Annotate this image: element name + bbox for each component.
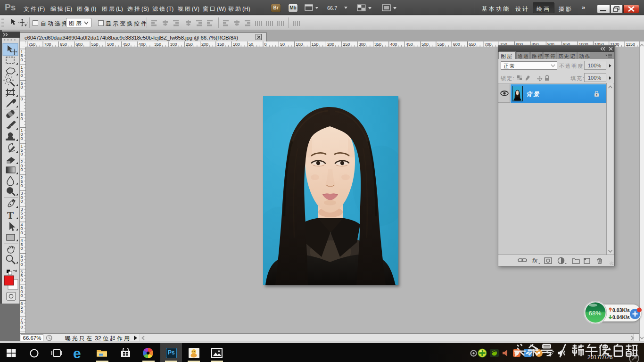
- svg-text:400: 400: [139, 42, 146, 47]
- svg-text:550: 550: [91, 42, 99, 47]
- svg-text:0: 0: [21, 246, 23, 251]
- svg-text:650: 650: [469, 42, 476, 47]
- svg-text:68%: 68%: [588, 310, 601, 317]
- svg-text:0: 0: [21, 58, 23, 62]
- svg-text:150: 150: [217, 42, 224, 47]
- svg-text:0.03K/s: 0.03K/s: [612, 307, 630, 313]
- svg-text:0: 0: [21, 325, 23, 329]
- svg-text:400: 400: [390, 42, 397, 47]
- svg-text:50: 50: [248, 42, 253, 47]
- svg-text:0: 0: [21, 293, 23, 298]
- svg-text:0: 0: [21, 199, 23, 204]
- svg-text:0: 0: [21, 309, 23, 314]
- svg-text:300: 300: [170, 42, 177, 47]
- svg-text:600: 600: [453, 42, 460, 47]
- svg-text:0: 0: [21, 85, 23, 90]
- svg-text:600: 600: [75, 42, 83, 47]
- svg-text:T: T: [7, 210, 14, 221]
- svg-text:150: 150: [312, 42, 319, 47]
- svg-text:0: 0: [21, 97, 23, 101]
- svg-text:1150: 1150: [626, 42, 635, 47]
- svg-text:0: 0: [21, 116, 23, 121]
- svg-text:450: 450: [406, 42, 413, 47]
- svg-text:0: 0: [21, 262, 23, 267]
- svg-text:0: 0: [21, 230, 23, 235]
- svg-text:350: 350: [374, 42, 381, 47]
- svg-text:0: 0: [21, 183, 23, 188]
- svg-text:fx: fx: [532, 257, 538, 264]
- svg-text:300: 300: [359, 42, 366, 47]
- svg-text:450: 450: [123, 42, 130, 47]
- svg-text:100: 100: [233, 42, 240, 47]
- svg-text:200: 200: [327, 42, 334, 47]
- svg-text:0: 0: [21, 152, 23, 156]
- svg-text:0: 0: [21, 136, 23, 141]
- svg-text:650: 650: [60, 42, 67, 47]
- svg-text:500: 500: [107, 42, 114, 47]
- svg-text:0: 0: [21, 278, 23, 282]
- svg-text:0: 0: [21, 167, 23, 172]
- svg-text:550: 550: [437, 42, 444, 47]
- svg-text:0: 0: [264, 42, 267, 47]
- svg-text:50: 50: [280, 42, 285, 47]
- svg-text:0: 0: [21, 73, 23, 78]
- svg-text:200: 200: [201, 42, 208, 47]
- svg-text:750: 750: [28, 42, 35, 47]
- svg-text:500: 500: [421, 42, 429, 47]
- svg-text:700: 700: [484, 42, 491, 47]
- svg-text:250: 250: [186, 42, 193, 47]
- svg-text:0.04K/s: 0.04K/s: [612, 314, 630, 320]
- svg-text:0: 0: [21, 215, 23, 220]
- svg-text:700: 700: [44, 42, 51, 47]
- svg-text:100: 100: [296, 42, 303, 47]
- svg-text:250: 250: [343, 42, 350, 47]
- svg-text:350: 350: [154, 42, 161, 47]
